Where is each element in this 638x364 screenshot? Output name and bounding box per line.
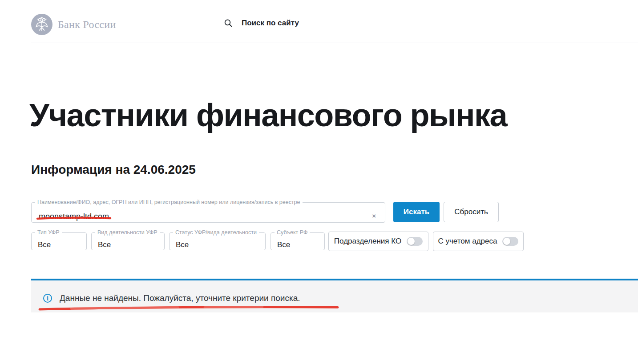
query-field[interactable]: Наименование/ФИО, адрес, ОГРН или ИНН, р…: [31, 199, 385, 223]
filter-ufr-type[interactable]: Тип УФР Все: [31, 229, 87, 250]
info-icon: i: [43, 294, 52, 303]
filter-ufr-status[interactable]: Статус УФР/вида деятельности Все: [169, 229, 266, 250]
search-button[interactable]: Искать: [393, 202, 440, 222]
bank-of-russia-logo[interactable]: Банк России: [31, 14, 116, 35]
site-search-label: Поиск по сайту: [242, 19, 299, 28]
bank-logo-text: Банк России: [58, 19, 116, 31]
reset-button[interactable]: Сбросить: [444, 202, 499, 222]
ko-subdivisions-label: Подразделения КО: [334, 237, 401, 246]
info-date-subtitle: Информация на 24.06.2025: [31, 163, 196, 177]
header: Банк России Поиск по сайту: [0, 0, 638, 43]
filter-ufr-status-label: Статус УФР/вида деятельности: [173, 229, 259, 236]
filter-ufr-activity-value: Все: [98, 240, 111, 249]
filter-region-label: Субъект РФ: [275, 229, 310, 236]
filter-ufr-type-value: Все: [38, 240, 51, 249]
clear-query-icon[interactable]: ×: [372, 212, 376, 219]
filter-ufr-activity-label: Вид деятельности УФР: [95, 229, 160, 236]
site-search-button[interactable]: Поиск по сайту: [224, 19, 299, 28]
toggle-knob: [408, 238, 415, 245]
address-label: С учетом адреса: [438, 237, 497, 246]
query-field-label: Наименование/ФИО, адрес, ОГРН или ИНН, р…: [35, 199, 303, 205]
address-toggle-box: С учетом адреса: [433, 232, 524, 251]
filter-ufr-status-value: Все: [176, 240, 189, 249]
page-title: Участники финансового рынка: [29, 97, 507, 133]
query-input[interactable]: [39, 212, 359, 221]
filter-region[interactable]: Субъект РФ Все: [271, 229, 325, 250]
ko-subdivisions-toggle[interactable]: [407, 237, 423, 246]
results-panel: i Данные не найдены. Пожалуйста, уточнит…: [31, 280, 638, 312]
toggle-knob: [503, 238, 510, 245]
address-toggle[interactable]: [502, 237, 518, 246]
bank-logo-eagle-icon: [31, 14, 52, 35]
ko-subdivisions-toggle-box: Подразделения КО: [328, 232, 428, 251]
no-data-message: Данные не найдены. Пожалуйста, уточните …: [60, 293, 300, 303]
header-divider: [31, 43, 638, 43]
filter-ufr-type-label: Тип УФР: [35, 229, 62, 236]
search-icon: [224, 19, 232, 27]
filter-region-value: Все: [277, 240, 290, 249]
filter-ufr-activity[interactable]: Вид деятельности УФР Все: [91, 229, 165, 250]
